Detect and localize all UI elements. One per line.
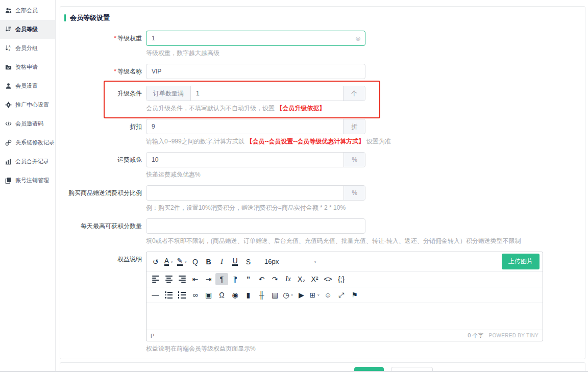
- code-sample-icon[interactable]: {;}: [335, 273, 348, 285]
- sidebar-item-label: 账号注销管理: [15, 177, 49, 184]
- field-row-points-max: 每天最高可获积分数量 填0或者不填即不限制，(商品赠送、订单赠送、后台充值、充值…: [64, 218, 577, 245]
- points-ratio-label: 购买商品赠送消费积分比例: [64, 185, 146, 212]
- special-char-icon[interactable]: Ω: [215, 289, 228, 301]
- print-icon[interactable]: ▤: [268, 289, 281, 301]
- sidebar-item-2[interactable]: 会员等级: [0, 20, 55, 39]
- discount-helper: 请输入0~999之间的数字,计算方式以 【会员--会员设置--会员等级优惠计算方…: [146, 137, 391, 145]
- sidebar-item-9[interactable]: 会员合并记录: [0, 152, 55, 171]
- text-color-icon[interactable]: A∨: [162, 256, 175, 268]
- field-row-benefits: 权益说明 ↺A∨✎∨QBIUS16px∨上传图片 ⇤⇥¶¶”↶↷IxX₂X²<>…: [64, 252, 577, 353]
- table-icon[interactable]: ⊞∨: [308, 289, 321, 301]
- editor-status-bar: P 0 个字 POWERED BY TINY: [146, 330, 543, 341]
- fullscreen-icon[interactable]: ⤢: [335, 289, 348, 301]
- highlight-color-icon[interactable]: ✎∨: [176, 256, 188, 268]
- code-icon[interactable]: <>: [322, 273, 334, 285]
- field-row-level-weight: *等级权重 ⊗ 等级权重，数字越大越高级: [64, 31, 577, 57]
- horizontal-rule-icon[interactable]: —: [149, 289, 162, 301]
- sidebar-item-5[interactable]: 会员设置: [0, 77, 55, 95]
- subscript-icon[interactable]: X₂: [295, 273, 308, 285]
- sort-level-icon: [5, 26, 12, 33]
- datetime-icon[interactable]: ◷∨: [282, 289, 295, 301]
- link-icon: [5, 139, 12, 146]
- outdent-icon[interactable]: ⇤: [189, 273, 202, 285]
- superscript-icon[interactable]: X²: [308, 273, 321, 285]
- underline-icon[interactable]: U: [229, 256, 241, 268]
- level-weight-input[interactable]: [146, 31, 355, 45]
- preview-icon[interactable]: ◉: [229, 289, 241, 301]
- field-row-shipping-discount: 运费减免 % 快递运费减免优惠%: [64, 152, 577, 179]
- word-count: 0 个字: [468, 332, 483, 339]
- align-left-icon[interactable]: [149, 273, 162, 285]
- italic-icon[interactable]: I: [215, 256, 228, 268]
- restore-draft-icon[interactable]: ↺: [149, 256, 162, 268]
- rtl-icon[interactable]: ¶: [229, 273, 241, 285]
- sidebar-item-10[interactable]: 账号注销管理: [0, 171, 55, 190]
- points-ratio-unit: %: [344, 186, 365, 200]
- points-max-input[interactable]: [146, 219, 365, 233]
- format-paint-icon[interactable]: ⚑: [348, 289, 361, 301]
- points-max-helper: 填0或者不填即不限制，(商品赠送、订单赠送、后台充值、充值码充值、批量充值、转让…: [146, 237, 521, 245]
- shipping-discount-label: 运费减免: [64, 152, 146, 179]
- sidebar-item-4[interactable]: 资格申请: [0, 58, 55, 77]
- level-weight-input-box: ⊗: [146, 31, 365, 46]
- chevron-down-icon: ∨: [291, 293, 293, 297]
- upgrade-condition-input-group: 订单数量满 个: [146, 86, 365, 101]
- field-row-level-name: *等级名称: [64, 64, 577, 79]
- page-title-text: 会员等级设置: [70, 13, 110, 22]
- clear-format-icon[interactable]: Ix: [282, 273, 295, 285]
- field-row-points-ratio: 购买商品赠送消费积分比例 % 例：购买2件，设置10%消费积分，赠送消费积分=商…: [64, 185, 577, 212]
- upgrade-condition-label: 升级条件: [64, 86, 146, 112]
- sidebar-item-label: 会员邀请码: [15, 120, 43, 128]
- ltr-icon[interactable]: ¶: [215, 273, 228, 285]
- image-icon[interactable]: ▣: [202, 289, 215, 301]
- redo-icon[interactable]: ↷: [268, 273, 281, 285]
- editor-toolbar-row-3: —∞▣Ω◉▮╫▤◷∨▶⊞∨☺⤢⚑: [146, 287, 543, 303]
- benefits-label: 权益说明: [64, 252, 146, 353]
- link-icon[interactable]: ∞: [189, 289, 202, 301]
- sidebar-item-3[interactable]: A2会员分组: [0, 39, 55, 58]
- sidebar-item-8[interactable]: 关系链修改记录: [0, 133, 55, 152]
- indent-icon[interactable]: ⇥: [202, 273, 215, 285]
- undo-icon[interactable]: ↶: [255, 273, 268, 285]
- sidebar-item-label: 推广中心设置: [15, 101, 49, 109]
- media-icon[interactable]: ▶: [295, 289, 308, 301]
- level-name-input[interactable]: [146, 64, 365, 79]
- clear-input-icon[interactable]: ⊗: [355, 35, 361, 42]
- discount-input[interactable]: [146, 119, 343, 134]
- sidebar-item-7[interactable]: 会员邀请码: [0, 114, 55, 133]
- upgrade-basis-link[interactable]: 【会员升级依据】: [276, 105, 325, 112]
- strikethrough-icon[interactable]: S: [242, 256, 255, 268]
- points-max-label: 每天最高可获积分数量: [64, 218, 146, 245]
- anchor-icon[interactable]: ▮: [242, 289, 255, 301]
- user-icon: [5, 83, 12, 89]
- align-right-icon[interactable]: [176, 273, 188, 285]
- folder-check-icon: [5, 64, 12, 70]
- blockquote-icon[interactable]: ”: [242, 273, 255, 285]
- sidebar-item-1[interactable]: 全部会员: [0, 1, 55, 20]
- sidebar-item-label: 会员分组: [15, 44, 38, 52]
- sidebar-item-label: 全部会员: [15, 7, 38, 14]
- shipping-discount-input[interactable]: [146, 153, 344, 167]
- emoji-icon[interactable]: ☺: [322, 289, 334, 301]
- gear-icon: [5, 102, 12, 108]
- required-asterisk: *: [114, 68, 116, 75]
- level-name-input-box: [146, 64, 365, 79]
- sidebar-item-6[interactable]: 推广中心设置: [0, 95, 55, 114]
- svg-text:A: A: [9, 45, 11, 48]
- upgrade-condition-input[interactable]: [191, 86, 343, 101]
- search-replace-icon[interactable]: Q: [189, 256, 202, 268]
- upload-image-button[interactable]: 上传图片: [502, 254, 540, 269]
- points-ratio-input[interactable]: [146, 186, 344, 200]
- bold-icon[interactable]: B: [202, 256, 215, 268]
- font-size-select[interactable]: 16px∨: [260, 256, 321, 268]
- sidebar-item-label: 会员设置: [15, 82, 38, 90]
- bullet-list-icon[interactable]: [162, 289, 175, 301]
- element-path[interactable]: P: [151, 333, 154, 339]
- chevron-down-icon: ∨: [317, 293, 320, 297]
- align-center-icon[interactable]: [162, 273, 175, 285]
- discount-calc-link[interactable]: 【会员--会员设置--会员等级优惠计算方式】: [246, 138, 364, 145]
- field-row-discount: 折扣 折 请输入0~999之间的数字,计算方式以 【会员--会员设置--会员等级…: [64, 119, 577, 145]
- numbered-list-icon[interactable]: [176, 289, 188, 301]
- editor-content-area[interactable]: [146, 303, 543, 330]
- page-break-icon[interactable]: ╫: [255, 289, 268, 301]
